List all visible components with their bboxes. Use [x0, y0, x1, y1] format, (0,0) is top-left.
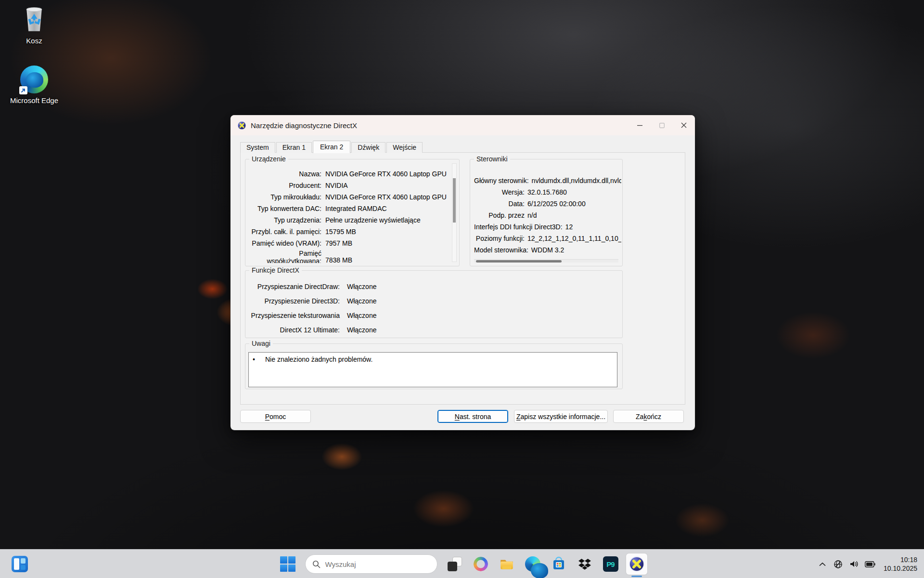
microsoft-store-icon: [551, 556, 566, 572]
date-text: 10.10.2025: [884, 564, 917, 573]
tray-overflow-button[interactable]: [816, 556, 829, 572]
recycle-bin-icon: [8, 4, 61, 34]
battery-button[interactable]: [864, 556, 876, 572]
dxdiag-icon: [237, 121, 246, 130]
help-button[interactable]: Pomoc: [240, 410, 311, 423]
group-device-legend: Urządzenie: [249, 155, 288, 163]
notes-textarea[interactable]: • Nie znaleziono żadnych problemów.: [248, 352, 617, 387]
device-fields: Nazwa:NVIDIA GeForce RTX 4060 Laptop GPU…: [249, 164, 448, 263]
tab-system[interactable]: System: [240, 142, 275, 153]
device-row: Pamięć współużytkowana:7838 MB: [249, 249, 448, 263]
pdfgear-button[interactable]: P9: [600, 553, 621, 575]
desktop-icon-microsoft-edge[interactable]: Microsoft Edge: [8, 64, 61, 105]
close-button[interactable]: [673, 115, 695, 135]
drivers-hscrollbar-thumb[interactable]: [476, 260, 562, 263]
feature-row: Przyspieszenie teksturowaniaWłączone: [249, 308, 618, 323]
copilot-icon: [474, 557, 488, 571]
start-button[interactable]: [277, 553, 298, 575]
pdfgear-icon: P9: [603, 556, 618, 572]
chevron-up-icon: [819, 562, 826, 566]
tab-ekran-1[interactable]: Ekran 1: [276, 142, 312, 153]
group-notes: Uwagi • Nie znaleziono żadnych problemów…: [245, 343, 623, 389]
network-button[interactable]: [832, 556, 845, 572]
taskbar: P9: [0, 549, 924, 578]
feature-row: Przyspieszenie Direct3D:Włączone: [249, 294, 618, 308]
dxdiag-window: Narzędzie diagnostyczne DirectX System E…: [231, 115, 695, 430]
group-directx-features: Funkcje DirectX Przyspieszanie DirectDra…: [245, 270, 623, 338]
feature-row: DirectX 12 Ultimate:Włączone: [249, 323, 618, 337]
edge-icon: [8, 64, 61, 93]
window-titlebar[interactable]: Narzędzie diagnostyczne DirectX: [231, 115, 695, 135]
device-row: Typ mikroukładu:NVIDIA GeForce RTX 4060 …: [249, 191, 448, 203]
clock[interactable]: 10:18 10.10.2025: [884, 555, 917, 573]
battery-icon: [865, 561, 875, 567]
notes-line: • Nie znaleziono żadnych problemów.: [249, 353, 617, 363]
volume-icon: [849, 560, 859, 568]
tab-wejscie[interactable]: Wejście: [386, 142, 423, 153]
desktop-icon-label: Microsoft Edge: [8, 96, 61, 105]
driver-row: Wersja:32.0.15.7680: [474, 186, 621, 198]
drivers-hscrollbar[interactable]: [474, 259, 618, 263]
shortcut-arrow-icon: [19, 86, 27, 94]
minimize-icon: [637, 123, 642, 128]
globe-no-internet-icon: [834, 560, 843, 569]
dxdiag-taskbar-button[interactable]: [626, 553, 647, 575]
device-row: Przybl. całk. il. pamięci:15795 MB: [249, 226, 448, 237]
group-notes-legend: Uwagi: [249, 340, 273, 347]
next-page-button[interactable]: Nast. strona: [437, 410, 508, 423]
volume-button[interactable]: [848, 556, 860, 572]
file-explorer-button[interactable]: [496, 553, 517, 575]
dxdiag-icon: [629, 556, 645, 572]
device-scrollbar-thumb[interactable]: [453, 178, 456, 223]
group-drivers-legend: Sterowniki: [474, 155, 510, 163]
dropbox-button[interactable]: [574, 553, 595, 575]
group-device: Urządzenie Nazwa:NVIDIA GeForce RTX 4060…: [245, 159, 460, 266]
driver-row: Interfejs DDI funkcji Direct3D:12: [474, 221, 621, 233]
save-all-information-button[interactable]: Zapisz wszystkie informacje...: [514, 410, 608, 423]
driver-fields: Główny sterownik:nvldumdx.dll,nvldumdx.d…: [474, 164, 621, 256]
tab-ekran-2[interactable]: Ekran 2: [313, 141, 350, 153]
driver-row: Główny sterownik:nvldumdx.dll,nvldumdx.d…: [474, 175, 621, 186]
driver-row: Data:6/12/2025 02:00:00: [474, 198, 621, 210]
driver-row: Model sterownika:WDDM 3.2: [474, 244, 621, 256]
search-input[interactable]: [325, 560, 417, 568]
desktop-icon-recycle-bin[interactable]: Kosz: [8, 4, 61, 45]
minimize-button[interactable]: [629, 115, 651, 135]
device-row: Producent:NVIDIA: [249, 180, 448, 191]
group-features-legend: Funkcje DirectX: [249, 266, 302, 274]
maximize-icon: [659, 123, 665, 128]
search-box[interactable]: [305, 554, 437, 574]
close-icon: [681, 122, 687, 128]
active-app-indicator: [631, 576, 642, 577]
dropbox-icon: [577, 556, 592, 572]
window-title: Narzędzie diagnostyczne DirectX: [251, 121, 357, 130]
time-text: 10:18: [884, 555, 917, 564]
copilot-button[interactable]: [470, 553, 491, 575]
device-scrollbar[interactable]: [452, 163, 457, 262]
task-view-button[interactable]: [444, 553, 465, 575]
device-row: Typ konwertera DAC:Integrated RAMDAC: [249, 203, 448, 214]
file-explorer-icon: [499, 556, 515, 572]
driver-row: Poziomy funkcji:12_2,12_1,12_0,11_1,11_0…: [474, 233, 621, 244]
tab-strip: System Ekran 1 Ekran 2 Dźwięk Wejście: [240, 142, 424, 153]
maximize-button: [651, 115, 673, 135]
search-icon: [312, 560, 321, 568]
windows-start-icon: [280, 556, 295, 572]
edge-button[interactable]: [522, 553, 543, 575]
device-row: Typ urządzenia:Pełne urządzenie wyświetl…: [249, 214, 448, 226]
feature-fields: Przyspieszanie DirectDraw:Włączone Przys…: [249, 277, 618, 337]
group-drivers: Sterowniki Główny sterownik:nvldumdx.dll…: [470, 159, 623, 266]
tab-dzwiek[interactable]: Dźwięk: [351, 142, 385, 153]
device-row: Pamięć wideo (VRAM):7957 MB: [249, 237, 448, 249]
device-row: Nazwa:NVIDIA GeForce RTX 4060 Laptop GPU: [249, 168, 448, 180]
edge-icon: [525, 556, 540, 572]
microsoft-store-button[interactable]: [548, 553, 569, 575]
desktop-icon-label: Kosz: [8, 37, 61, 45]
driver-row: Podp. przezn/d: [474, 210, 621, 221]
task-view-icon: [448, 557, 462, 571]
exit-button[interactable]: Zakończ: [613, 410, 684, 423]
feature-row: Przyspieszanie DirectDraw:Włączone: [249, 279, 618, 294]
